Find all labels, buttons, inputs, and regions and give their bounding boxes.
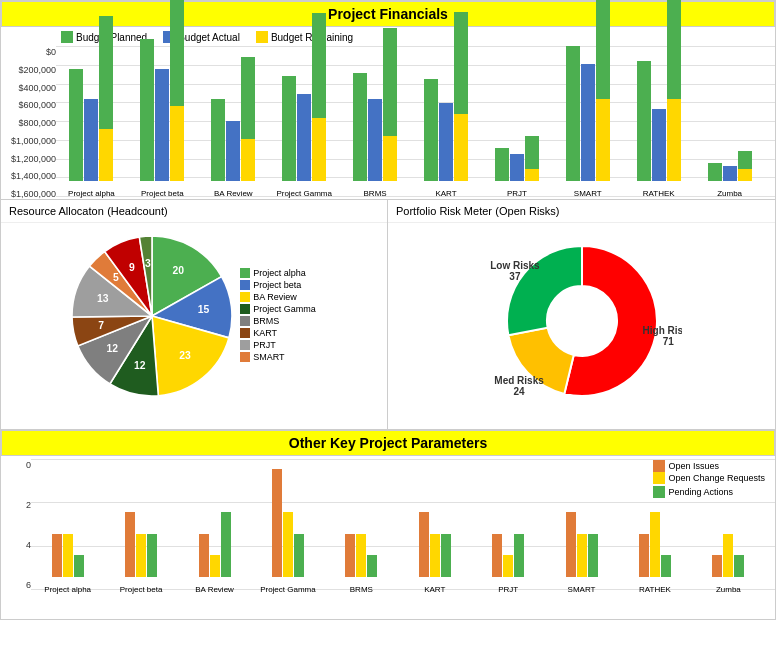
bar-label-1: Project beta [141,183,184,205]
donut-chart-container: High Risks71Med Risks24Low Risks37 [388,223,775,408]
bar-label-2: BA Review [214,183,253,205]
bottom-bar-label-0: Project alpha [44,579,91,601]
pie-label-8: 9 [129,261,135,272]
bottom-bar-group-2: BA Review [180,447,249,601]
top-chart-bars: Project alphaProject betaBA ReviewProjec… [1,43,775,205]
risk-title: Portfolio Risk Meter [396,205,492,217]
pie-legend-item-4: BRMS [240,316,316,326]
bottom-bar-4-1 [356,534,366,577]
bottom-bar-label-4: BRMS [350,579,373,601]
bottom-bar-6-2 [514,534,524,577]
bottom-bar-9-1 [723,534,733,577]
pie-chart-container: 2015231212713593 Project alphaProject be… [1,223,387,408]
bottom-bar-label-9: Zumba [716,579,741,601]
risk-subtitle: (Open Risks) [495,205,559,217]
bottom-bar-2-0 [199,534,209,577]
bar-label-3: Project Gamma [276,183,332,205]
bottom-bar-4-2 [367,555,377,577]
bottom-bar-label-6: PRJT [498,579,518,601]
project-financials-title: Project Financials [1,1,775,27]
bar-group-2: BA Review [201,31,266,205]
bottom-bar-5-1 [430,534,440,577]
bottom-bar-group-8: RATHEK [620,447,689,601]
project-financials-section: Project Financials Budget Planned Budget… [0,0,776,200]
bar-group-5: KART [414,31,479,205]
bottom-section: Other Key Project Parameters 6 4 2 0 Pro… [0,430,776,620]
pie-label-4: 12 [107,343,119,354]
bottom-bar-5-0 [419,512,429,577]
bottom-bar-2-2 [221,512,231,577]
bar-label-7: SMART [574,183,602,205]
bottom-bar-2-1 [210,555,220,577]
bottom-bar-8-0 [639,534,649,577]
pie-legend: Project alphaProject betaBA ReviewProjec… [240,268,316,364]
pie-label-1: 15 [198,303,210,314]
bottom-bar-label-3: Project Gamma [260,579,316,601]
pie-label-5: 7 [98,319,104,330]
resource-title: Resource Allocaton [9,205,104,217]
bottom-chart-bars: Project alphaProject betaBA ReviewProjec… [1,456,775,601]
bar-label-8: RATHEK [643,183,675,205]
bottom-bar-group-9: Zumba [694,447,763,601]
resource-allocation-section: Resource Allocaton (Headcount) 201523121… [1,200,388,429]
bottom-bar-1-0 [125,512,135,577]
bottom-bar-label-8: RATHEK [639,579,671,601]
bottom-bar-group-7: SMART [547,447,616,601]
bottom-bar-group-0: Project alpha [33,447,102,601]
bottom-bar-3-2 [294,534,304,577]
bar-group-8: RATHEK [626,31,691,205]
pie-legend-item-3: Project Gamma [240,304,316,314]
bottom-bar-6-1 [503,555,513,577]
pie-label-2: 23 [179,349,191,360]
pie-label-0: 20 [173,264,185,275]
bottom-bar-7-2 [588,534,598,577]
pie-legend-item-0: Project alpha [240,268,316,278]
bar-group-0: Project alpha [59,31,124,205]
bottom-bar-0-0 [52,534,62,577]
bottom-bar-7-0 [566,512,576,577]
bar-label-0: Project alpha [68,183,115,205]
bottom-bar-8-1 [650,512,660,577]
pie-chart: 2015231212713593 [72,236,232,396]
bottom-bar-3-0 [272,469,282,577]
bottom-bar-group-6: PRJT [473,447,542,601]
bar-label-5: KART [435,183,456,205]
bottom-bar-group-5: KART [400,447,469,601]
bottom-bar-0-2 [74,555,84,577]
bottom-bar-group-3: Project Gamma [253,447,322,601]
bottom-bar-3-1 [283,512,293,577]
pie-legend-item-1: Project beta [240,280,316,290]
bar-group-7: SMART [555,31,620,205]
bar-group-6: PRJT [484,31,549,205]
bar-group-1: Project beta [130,31,195,205]
bar-group-9: Zumba [697,31,762,205]
bar-group-3: Project Gamma [272,31,337,205]
pie-legend-item-6: PRJT [240,340,316,350]
bottom-bar-1-2 [147,534,157,577]
bottom-bar-label-7: SMART [568,579,596,601]
bottom-bar-group-1: Project beta [106,447,175,601]
bottom-bar-label-2: BA Review [195,579,234,601]
pie-label-6: 13 [97,292,109,303]
pie-label-9: 3 [145,257,151,268]
bottom-bar-9-2 [734,555,744,577]
donut-label-1: Med Risks24 [494,374,544,396]
bottom-bar-label-5: KART [424,579,445,601]
bottom-bar-1-1 [136,534,146,577]
pie-label-3: 12 [134,360,146,371]
bottom-bar-9-0 [712,555,722,577]
pie-legend-item-7: SMART [240,352,316,362]
bottom-bar-0-1 [63,534,73,577]
bar-label-4: BRMS [364,183,387,205]
bottom-bar-label-1: Project beta [120,579,163,601]
bar-group-4: BRMS [343,31,408,205]
bottom-bar-5-2 [441,534,451,577]
bar-label-9: Zumba [717,183,742,205]
bottom-bar-6-0 [492,534,502,577]
bottom-bar-7-1 [577,534,587,577]
bottom-bar-group-4: BRMS [327,447,396,601]
donut-chart: High Risks71Med Risks24Low Risks37 [482,226,682,406]
bar-label-6: PRJT [507,183,527,205]
pie-legend-item-2: BA Review [240,292,316,302]
pie-label-7: 5 [113,272,119,283]
